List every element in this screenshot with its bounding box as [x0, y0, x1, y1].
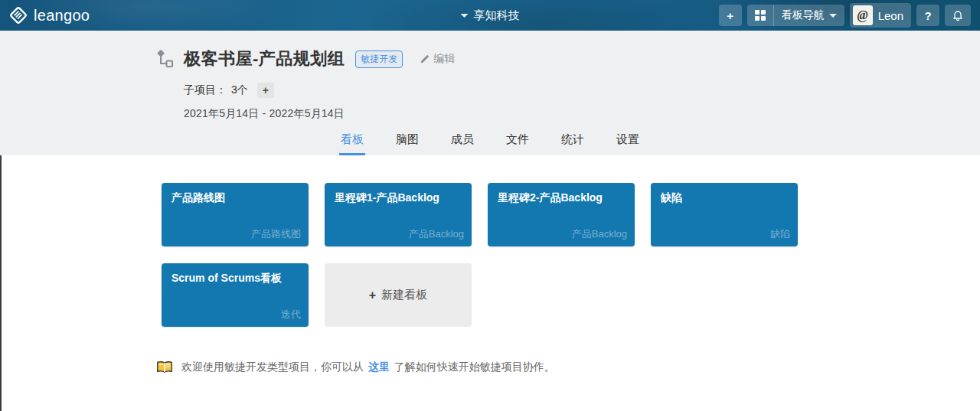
navbar-actions: + 看板导航 @ Leon ?: [719, 3, 980, 28]
new-board-button[interactable]: + 新建看板: [325, 263, 472, 327]
welcome-message: 欢迎使用敏捷开发类型项目，你可以从 这里 了解如何快速开始敏捷项目协作。: [156, 360, 980, 374]
project-title-row: 极客书屋-产品规划组 敏捷开发 编辑: [0, 31, 980, 70]
project-tabs: 看板 脑图 成员 文件 统计 设置: [0, 128, 980, 155]
welcome-here-link[interactable]: 这里: [368, 360, 390, 373]
project-date-range: 2021年5月14日 - 2022年5月14日: [0, 98, 980, 121]
board-card-milestone2-backlog[interactable]: 里程碑2-产品Backlog 产品Backlog: [488, 183, 635, 246]
board-card-milestone1-backlog[interactable]: 里程碑1-产品Backlog 产品Backlog: [325, 183, 472, 246]
help-button[interactable]: ?: [916, 5, 939, 26]
board-type-label: 产品Backlog: [572, 227, 627, 241]
boards-panel: 产品路线图 产品路线图 里程碑1-产品Backlog 产品Backlog 里程碑…: [0, 183, 980, 374]
top-navbar: leangoo 享知科技 + 看板导航 @ Leon ?: [0, 0, 980, 31]
boards-grid-button[interactable]: [747, 5, 773, 26]
board-card-scrum-of-scrums[interactable]: Scrum of Scrums看板 迭代: [162, 263, 309, 327]
board-nav-group: 看板导航: [747, 5, 844, 26]
tab-files[interactable]: 文件: [505, 128, 531, 155]
subproject-row: 子项目： 3个 +: [0, 70, 980, 98]
page-title: 极客书屋-产品规划组: [184, 47, 345, 70]
subprojects-count: 3个: [231, 83, 248, 97]
board-type-label: 缺陷: [770, 227, 790, 241]
new-board-label: 新建看板: [381, 288, 427, 302]
create-button[interactable]: +: [719, 5, 742, 26]
tab-mindmap[interactable]: 脑图: [394, 128, 420, 155]
welcome-text-before: 欢迎使用敏捷开发类型项目，你可以从: [181, 360, 364, 373]
board-nav-dropdown[interactable]: 看板导航: [773, 5, 844, 26]
org-selector[interactable]: 享知科技: [461, 0, 520, 31]
tab-members[interactable]: 成员: [449, 128, 475, 155]
avatar: @: [853, 5, 873, 25]
board-grid: 产品路线图 产品路线图 里程碑1-产品Backlog 产品Backlog 里程碑…: [162, 183, 814, 327]
board-title: Scrum of Scrums看板: [162, 263, 309, 285]
brand[interactable]: leangoo: [0, 6, 90, 24]
brand-name: leangoo: [34, 7, 90, 24]
leangoo-project-page: leangoo 享知科技 + 看板导航 @ Leon ?: [0, 0, 980, 411]
tab-boards[interactable]: 看板: [339, 128, 365, 155]
subprojects-label: 子项目：: [184, 83, 227, 97]
leangoo-logo-icon: [9, 6, 28, 24]
edit-project-button[interactable]: 编辑: [420, 52, 455, 66]
tab-settings[interactable]: 设置: [615, 128, 641, 155]
tab-statistics[interactable]: 统计: [560, 128, 586, 155]
notifications-button[interactable]: [945, 5, 971, 26]
board-card-roadmap[interactable]: 产品路线图 产品路线图: [162, 183, 309, 246]
open-book-icon: [156, 360, 173, 374]
caret-down-icon: [829, 14, 837, 18]
board-title: 里程碑1-产品Backlog: [325, 183, 472, 205]
plus-icon: +: [369, 289, 376, 302]
project-header: 极客书屋-产品规划组 敏捷开发 编辑 子项目： 3个 + 2021年5月14日 …: [0, 31, 980, 155]
user-menu-button[interactable]: @ Leon: [850, 3, 911, 28]
pencil-icon: [420, 54, 430, 64]
board-type-label: 产品Backlog: [409, 227, 464, 241]
grid-icon: [755, 10, 766, 21]
edit-label: 编辑: [433, 52, 455, 66]
board-card-defects[interactable]: 缺陷 缺陷: [651, 183, 798, 246]
bell-icon: [952, 8, 964, 22]
user-name: Leon: [878, 9, 903, 22]
add-subproject-button[interactable]: +: [257, 83, 274, 98]
board-title: 缺陷: [651, 183, 798, 205]
window-left-edge: [0, 155, 2, 411]
org-selector-label: 享知科技: [474, 8, 520, 23]
welcome-text-after: 了解如何快速开始敏捷项目协作。: [394, 360, 555, 373]
caret-down-icon: [461, 14, 469, 18]
board-type-label: 迭代: [281, 308, 301, 321]
project-type-badge: 敏捷开发: [355, 51, 403, 68]
board-title: 里程碑2-产品Backlog: [488, 183, 635, 205]
board-title: 产品路线图: [162, 183, 309, 205]
board-type-label: 产品路线图: [251, 227, 301, 241]
subproject-hierarchy-icon: [155, 49, 175, 69]
board-nav-label: 看板导航: [782, 8, 825, 22]
welcome-text: 欢迎使用敏捷开发类型项目，你可以从 这里 了解如何快速开始敏捷项目协作。: [181, 360, 555, 374]
